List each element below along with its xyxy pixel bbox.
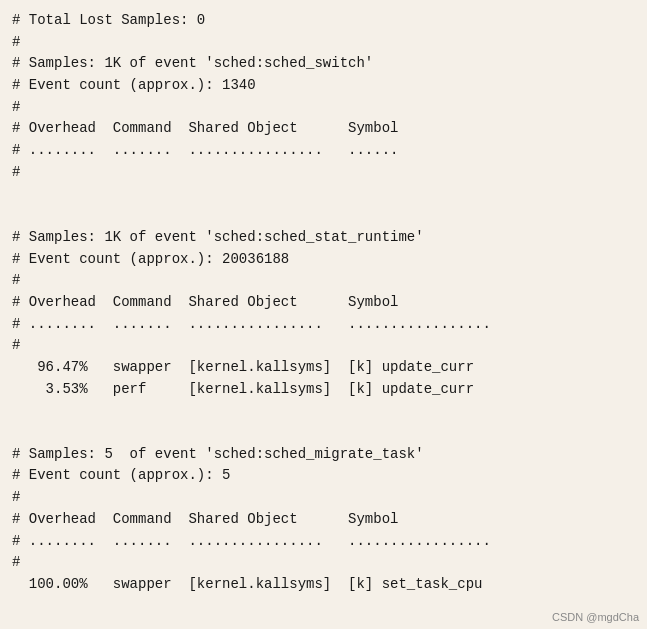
watermark: CSDN @mgdCha bbox=[552, 611, 639, 623]
terminal-output: # Total Lost Samples: 0 # # Samples: 1K … bbox=[12, 10, 635, 596]
